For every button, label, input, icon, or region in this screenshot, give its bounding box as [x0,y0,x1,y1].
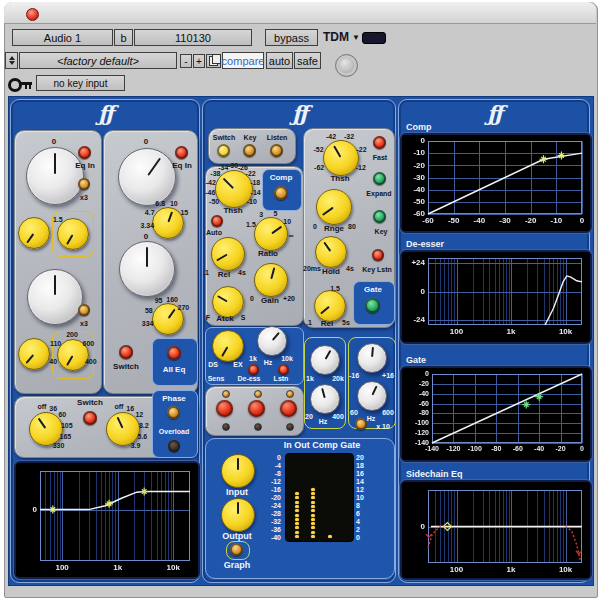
sc-hf-lo: 1k [306,375,314,382]
sc-lf-lo: 20 [305,413,313,420]
automation-dial-icon[interactable] [335,54,358,77]
eq-in-led-left[interactable] [78,146,91,159]
meter-scale-label: 18 [356,462,364,469]
eq-lf-gain-knob[interactable] [26,147,84,205]
knob-scale-label: 15 [180,209,188,216]
comp-release-knob[interactable] [211,237,245,271]
knob-scale-label: -42 [206,179,216,186]
gate-keylstn-led[interactable] [372,249,384,261]
deesser-response-graph[interactable] [400,250,592,344]
gate-fast-led[interactable] [373,136,386,149]
meter-scale-label: -12 [271,478,281,485]
knob-scale-label: 10 [283,217,291,224]
gate-range-knob[interactable] [316,189,352,225]
comp-led[interactable] [274,186,288,200]
eq-mf-shape-knob[interactable] [18,338,50,370]
insert-position-button[interactable]: b [114,29,133,46]
bypass-button[interactable]: bypass [265,29,318,46]
key-led[interactable] [243,144,256,157]
track-selector[interactable]: Audio 1 [12,29,113,46]
graph-label: Graph [224,561,251,570]
comp-thresh-label: Thsh [223,207,242,215]
gate-hold-label: Hold [322,268,340,276]
all-eq-led[interactable] [167,346,181,360]
gate-fast-label: Fast [373,154,387,161]
gate-release-knob[interactable] [314,290,346,322]
auto-button[interactable]: auto [266,52,293,69]
sc-lf-knob[interactable] [310,384,340,414]
safe-button[interactable]: safe [294,52,321,69]
deess-label: De-ess [238,375,261,382]
gate-expand-led[interactable] [373,172,386,185]
plugin-selector[interactable]: 110130 [134,29,252,46]
knob-scale-label: 12 [135,411,143,418]
sc-gain-knob[interactable] [357,343,387,373]
sidechain-eq-graph[interactable] [400,480,592,580]
comp-gain-knob[interactable] [254,263,288,297]
meter-led-dot [311,531,315,534]
listen-led[interactable] [270,144,283,157]
close-button[interactable] [26,8,39,21]
stepper-down-icon[interactable] [9,61,15,65]
gate-on-led[interactable] [365,298,380,313]
deess-freq-knob[interactable] [257,326,287,356]
eq-response-graph[interactable] [14,461,200,579]
x3-led-left[interactable] [78,178,90,190]
eq-hf-freq-knob[interactable] [152,207,184,239]
knob-scale-label: -18 [250,179,260,186]
band1-button[interactable] [216,400,233,417]
input-knob[interactable] [221,454,255,488]
sc-gain-hi: +16 [382,372,394,379]
tdm-dropdown-icon[interactable]: ▼ [352,33,360,42]
gate-hold-knob[interactable] [315,236,347,268]
band3-button[interactable] [280,400,297,417]
sc-lf-hz: Hz [319,418,328,425]
band2-button[interactable] [248,400,265,417]
meter-led-dot [311,492,315,495]
knob-scale-label: 8.2 [139,421,149,428]
meter-scale-label: 6 [356,510,360,517]
eq-lf-shape-knob[interactable] [18,217,50,249]
preset-selector[interactable]: <factory default> [19,52,177,69]
eq-lmf-gain-knob[interactable] [119,241,175,297]
sc-freq-knob[interactable] [357,381,387,411]
gate-hold-hi: 4s [346,265,354,272]
preset-stepper[interactable] [5,52,18,69]
comp-auto-led[interactable] [211,215,223,227]
sc-x10-led[interactable] [355,418,367,430]
gate-transfer-graph[interactable] [400,366,592,462]
deess-sens-knob[interactable] [212,330,244,362]
switch-led[interactable] [217,144,230,157]
output-knob[interactable] [221,498,255,532]
key-input-selector[interactable]: no key input [36,75,125,91]
knob-scale-label: 200 [66,331,78,338]
title-bar[interactable] [4,2,596,24]
filter-switch-led[interactable] [83,411,97,425]
phase-led[interactable] [167,406,180,419]
sc-hf-knob[interactable] [310,345,340,375]
eq-in-led-right[interactable] [175,146,188,159]
deess-listen-led[interactable] [278,364,289,375]
preset-minus-button[interactable]: - [180,54,192,68]
deess-on-led[interactable] [248,364,259,375]
preset-plus-button[interactable]: + [193,54,205,68]
copy-preset-icon[interactable] [206,54,221,68]
meter-led-dot [295,501,299,504]
key-label: Key [244,134,257,141]
band3-top-led [286,390,294,398]
eq-mf-gain-knob[interactable] [27,269,83,325]
compare-button[interactable]: compare [222,52,264,69]
eq-hf-gain-fine-knob[interactable] [57,218,89,250]
stepper-up-icon[interactable] [9,56,15,60]
knob-scale-label: 330 [53,442,65,449]
comp-transfer-graph[interactable] [400,133,592,233]
eq-hmf-gain-knob[interactable] [118,148,176,206]
knob-scale-label: 16 [126,404,134,411]
gate-key-led[interactable] [373,210,386,223]
sidechain-graph-title: Sidechain Eq [406,470,463,479]
meter-led-dot [311,535,315,538]
eq-switch-led[interactable] [119,345,133,359]
x3-led-left2[interactable] [78,304,90,316]
graph-button[interactable] [230,543,243,556]
gate-thresh-knob[interactable] [323,140,359,176]
